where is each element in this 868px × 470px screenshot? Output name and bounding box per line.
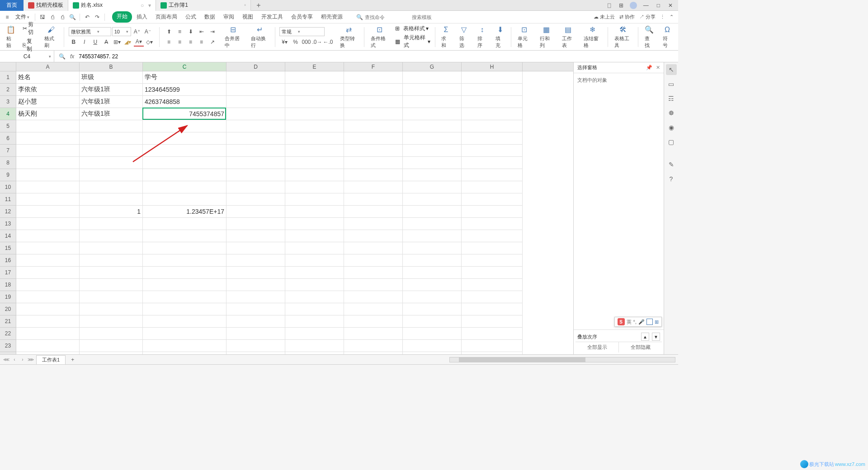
cell-B11[interactable] [80,193,143,206]
close-pane-icon[interactable]: ✕ [656,65,660,70]
cell-H1[interactable] [462,71,523,84]
col-header-G[interactable]: G [403,62,462,71]
save-icon[interactable]: 🖫 [38,13,47,22]
cell-F20[interactable] [344,303,403,315]
zoom-in-button[interactable]: + [659,367,664,367]
cell-E7[interactable] [285,145,344,157]
gear-icon[interactable]: ❁ [666,108,677,118]
cell-H10[interactable] [462,181,523,193]
cell-F6[interactable] [344,132,403,145]
font-name-select[interactable]: 微软雅黑▾ [69,27,111,36]
convert-button[interactable]: ⇄类型转换 [338,24,359,50]
cell-B7[interactable] [80,145,143,157]
saveas-icon[interactable]: ⎙ [48,13,57,22]
tab-review[interactable]: 审阅 [220,11,238,23]
col-header-C[interactable]: C [143,62,226,71]
cell-B18[interactable] [80,279,143,291]
cell-D24[interactable] [226,352,285,354]
cell-A14[interactable] [16,230,80,242]
col-header-B[interactable]: B [80,62,143,71]
cell-C3[interactable]: 4263748858 [143,96,226,108]
cell-H6[interactable] [462,132,523,145]
view-pagebreak-icon[interactable]: ⊞ [564,367,571,367]
tools-button[interactable]: 🛠表格工具 [613,24,633,50]
cell-B23[interactable] [80,340,143,352]
cell-C8[interactable] [143,157,226,169]
currency-icon[interactable]: ¥▾ [279,38,289,47]
cell-A1[interactable]: 姓名 [16,71,80,84]
cell-C11[interactable] [143,193,226,206]
tab-insert[interactable]: 插入 [133,11,151,23]
row-header-14[interactable]: 14 [0,230,16,242]
cell-H16[interactable] [462,254,523,267]
horizontal-scrollbar[interactable] [449,357,675,362]
align-mid-icon[interactable]: ≡ [175,27,185,36]
grid-icon[interactable]: ⊞ [617,2,625,9]
cell-H8[interactable] [462,157,523,169]
cell-C19[interactable] [143,291,226,303]
cell-C14[interactable] [143,230,226,242]
cell-A11[interactable] [16,193,80,206]
cell-B1[interactable]: 班级 [80,71,143,84]
italic-button[interactable]: I [80,38,90,47]
row-header-20[interactable]: 20 [0,303,16,315]
cell-E4[interactable] [285,108,344,120]
cell-C10[interactable] [143,181,226,193]
cell-C13[interactable] [143,218,226,230]
row-header-12[interactable]: 12 [0,206,16,218]
cell-B13[interactable] [80,218,143,230]
cell-G15[interactable] [403,242,462,254]
cell-G2[interactable] [403,84,462,96]
cell-E24[interactable] [285,352,344,354]
ime-grid-icon[interactable]: ⊞ [655,319,659,325]
align-top-icon[interactable]: ⬆ [164,27,174,36]
cell-E8[interactable] [285,157,344,169]
tab-templates[interactable]: 找稻壳模板 [24,0,68,11]
cell-D2[interactable] [226,84,285,96]
ime-lang[interactable]: 英 [627,319,632,325]
cell-B16[interactable] [80,254,143,267]
cell-G20[interactable] [403,303,462,315]
status-mode-icon[interactable]: ⊡ [4,367,11,367]
status-macro-icon[interactable]: ▤ [14,367,21,367]
cell-D14[interactable] [226,230,285,242]
cell-F24[interactable] [344,352,403,354]
cell-H15[interactable] [462,242,523,254]
cell-G24[interactable] [403,352,462,354]
send-back-button[interactable]: ▼ [652,333,660,341]
cell-C2[interactable]: 1234645599 [143,84,226,96]
cell-G1[interactable] [403,71,462,84]
cell-button[interactable]: ⊡单元格 [516,24,533,50]
brush-icon[interactable]: ✎ [666,159,677,170]
cell-A13[interactable] [16,218,80,230]
select-all-corner[interactable] [0,62,16,71]
sum-button[interactable]: Σ求和 [439,24,452,50]
cell-D18[interactable] [226,279,285,291]
cell-F10[interactable] [344,181,403,193]
cell-B8[interactable] [80,157,143,169]
cell-A8[interactable] [16,157,80,169]
cell-G5[interactable] [403,120,462,132]
pin-icon[interactable]: 📌 [646,65,652,70]
freeze-button[interactable]: ❄冻结窗格 [582,24,603,50]
cursor-icon[interactable]: ↖ [666,64,677,75]
cell-A7[interactable] [16,145,80,157]
cell-E15[interactable] [285,242,344,254]
home-tab[interactable]: 首页 [0,0,24,11]
show-all-button[interactable]: 全部显示 [576,342,619,352]
coop-button[interactable]: ⇄ 协作 [619,14,635,20]
cell-E11[interactable] [285,193,344,206]
redo-icon[interactable]: ↷ [93,13,102,22]
col-header-F[interactable]: F [344,62,403,71]
row-header-9[interactable]: 9 [0,169,16,181]
cell-F19[interactable] [344,291,403,303]
row-header-10[interactable]: 10 [0,181,16,193]
cell-H19[interactable] [462,291,523,303]
cell-D15[interactable] [226,242,285,254]
cell-H3[interactable] [462,96,523,108]
cell-H13[interactable] [462,218,523,230]
cell-H24[interactable] [462,352,523,354]
cell-F1[interactable] [344,71,403,84]
cut-button[interactable]: ✂剪切 [23,21,37,36]
cell-B17[interactable] [80,267,143,279]
